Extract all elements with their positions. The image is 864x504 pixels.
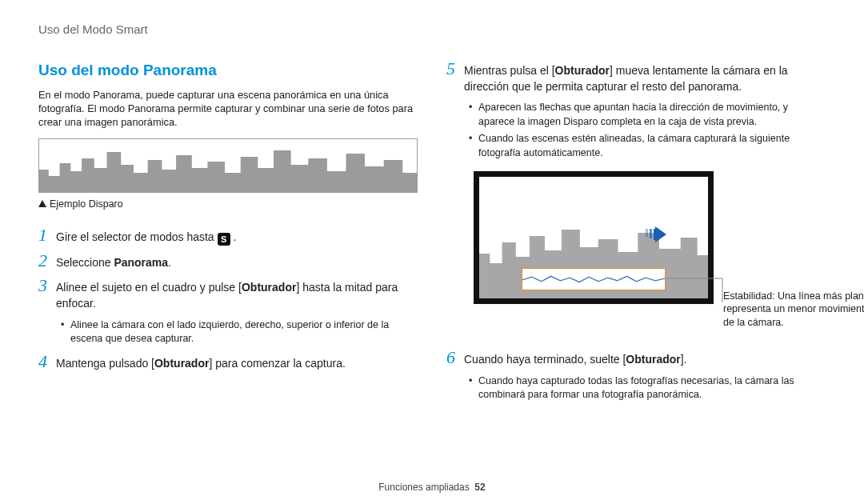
step-number: 6 [446, 349, 464, 366]
mode-dial-icon: S [218, 233, 230, 246]
step-number: 4 [38, 353, 56, 370]
direction-arrow-icon [646, 226, 666, 242]
step-1: 1 Gire el selector de modos hasta S . [38, 226, 418, 246]
example-caption: Ejemplo Disparo [38, 198, 418, 212]
camera-screen-diagram: Estabilidad: Una línea más plana represe… [474, 171, 826, 304]
step-number: 1 [38, 226, 56, 244]
svg-marker-0 [39, 150, 417, 192]
step-6: 6 Cuando haya terminado, suelte [Obturad… [446, 349, 826, 368]
step-number: 3 [38, 277, 56, 294]
intro-text: En el modo Panorama, puede capturar una … [38, 88, 418, 130]
step-number: 5 [446, 60, 464, 78]
left-column: Uso del modo Panorama En el modo Panoram… [38, 60, 418, 409]
triangle-up-icon [38, 200, 46, 207]
step-2: 2 Seleccione Panorama. [38, 252, 418, 271]
step-5-bullets: Aparecen las flechas que apuntan hacia l… [469, 101, 826, 160]
step-3: 3 Alinee el sujeto en el cuadro y pulse … [38, 277, 418, 311]
preview-strip [522, 268, 666, 290]
section-heading: Uso del modo Panorama [38, 60, 418, 82]
step-5: 5 Mientras pulsa el [Obturador] mueva le… [446, 60, 826, 94]
step-3-bullets: Alinee la cámara con el lado izquierdo, … [61, 318, 418, 346]
breadcrumb: Uso del Modo Smart [38, 21, 826, 38]
page-number: 52 [474, 482, 485, 493]
step-6-bullets: Cuando haya capturado todas las fotograf… [469, 374, 826, 402]
page-footer: Funciones ampliadas 52 [0, 481, 864, 494]
step-number: 2 [38, 252, 56, 270]
stability-callout: Estabilidad: Una línea más plana represe… [723, 290, 864, 329]
step-4: 4 Mantenga pulsado [Obturador] para come… [38, 353, 418, 372]
right-column: 5 Mientras pulsa el [Obturador] mueva le… [446, 60, 826, 409]
panorama-example-image [38, 138, 418, 193]
